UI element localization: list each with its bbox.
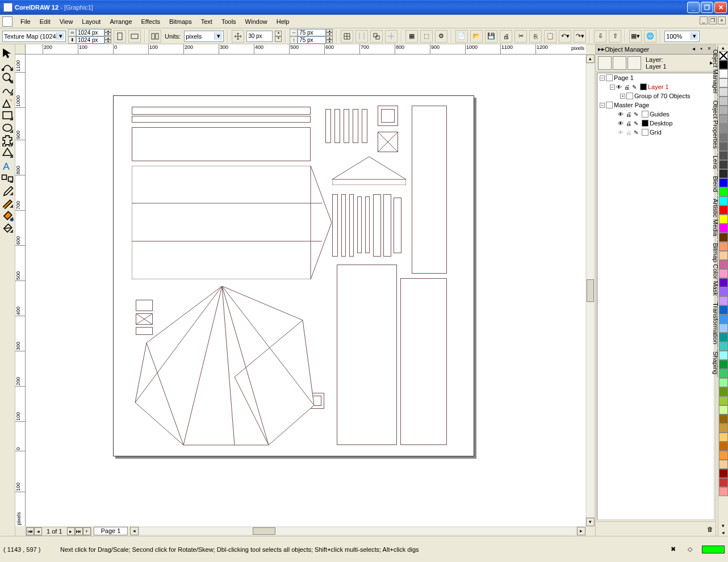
freehand-tool[interactable]	[1, 84, 14, 97]
menu-edit[interactable]: Edit	[35, 17, 55, 26]
docker-collapse-button[interactable]: ◂	[689, 45, 697, 53]
paste-button[interactable]: 📋	[544, 30, 557, 43]
maximize-button[interactable]: ❐	[701, 2, 713, 13]
menu-help[interactable]: Help	[272, 17, 294, 26]
rectangle-tool[interactable]	[1, 109, 14, 121]
color-swatch[interactable]	[719, 87, 728, 97]
page-height-input[interactable]: 1024 px	[76, 36, 104, 44]
color-swatch[interactable]	[719, 369, 728, 378]
mdi-minimize[interactable]: _	[700, 16, 708, 24]
color-swatch[interactable]	[719, 151, 728, 160]
visible-icon[interactable]: 👁	[618, 111, 625, 117]
last-page-button[interactable]: ⏭	[75, 527, 83, 535]
zoom-combo[interactable]: 100% ▾	[664, 31, 700, 42]
menu-bitmaps[interactable]: Bitmaps	[165, 17, 196, 26]
page-tab[interactable]: Page 1	[94, 527, 128, 535]
expand-icon[interactable]: −	[600, 76, 605, 81]
color-swatch[interactable]	[719, 115, 728, 124]
color-swatch[interactable]	[719, 178, 728, 187]
color-swatch[interactable]	[719, 333, 728, 342]
color-swatch[interactable]	[719, 305, 728, 314]
color-swatch[interactable]	[719, 460, 728, 469]
color-swatch[interactable]	[719, 78, 728, 87]
snap-to-objects-button[interactable]	[370, 30, 383, 43]
corel-online-button[interactable]: 🌐	[644, 30, 656, 43]
expand-icon[interactable]: +	[620, 94, 625, 99]
new-button[interactable]: 📄	[455, 30, 468, 43]
visible-icon[interactable]: 👁	[618, 120, 625, 126]
palette-scroll-down[interactable]: ▾	[718, 522, 728, 529]
tree-grid[interactable]: Grid	[650, 129, 662, 136]
menu-view[interactable]: View	[55, 17, 78, 26]
spin-down[interactable]: ▾	[275, 36, 282, 42]
new-master-layer-button[interactable]	[613, 523, 625, 535]
color-swatch[interactable]	[719, 487, 728, 496]
color-swatch[interactable]	[719, 423, 728, 433]
docker-expand-button[interactable]: ▪	[697, 45, 705, 53]
color-swatch[interactable]	[719, 287, 728, 296]
ellipse-tool[interactable]	[1, 121, 14, 134]
scroll-down-button[interactable]: ▾	[586, 518, 595, 526]
fill-tool[interactable]	[1, 209, 14, 221]
current-fill-swatch[interactable]	[702, 546, 725, 553]
spin-down[interactable]: ▾	[326, 32, 333, 36]
spin-up[interactable]: ▴	[275, 31, 282, 36]
expand-icon[interactable]: −	[610, 85, 615, 90]
palette-scroll-up[interactable]: ▴	[718, 44, 728, 51]
eyedropper-tool[interactable]	[1, 184, 14, 196]
color-swatch[interactable]	[719, 169, 728, 178]
save-button[interactable]: 💾	[485, 30, 497, 43]
show-object-props-button[interactable]	[598, 56, 612, 70]
layer-color-icon[interactable]	[642, 129, 648, 136]
new-layer-button[interactable]	[598, 523, 610, 535]
visible-icon[interactable]: 👁	[618, 129, 625, 135]
interactive-blend-tool[interactable]	[1, 171, 14, 184]
color-swatch[interactable]	[719, 251, 728, 260]
snap-to-grid-button[interactable]	[341, 30, 353, 43]
editable-icon[interactable]: ✎	[634, 111, 641, 117]
editable-icon[interactable]: ✎	[634, 129, 641, 135]
color-swatch[interactable]	[719, 360, 728, 369]
color-swatch[interactable]	[719, 215, 728, 224]
color-swatch[interactable]	[719, 233, 728, 242]
color-swatch[interactable]	[719, 60, 728, 69]
color-swatch[interactable]	[719, 97, 728, 106]
edit-across-layers-button[interactable]	[613, 56, 626, 70]
menu-layout[interactable]: Layout	[77, 17, 105, 26]
fill-indicator-icon[interactable]: ✖	[668, 544, 678, 555]
color-swatch[interactable]	[719, 342, 728, 351]
next-page-button[interactable]: ▸	[67, 527, 75, 535]
prev-page-button[interactable]: ◂	[34, 527, 42, 535]
mdi-close[interactable]: ×	[718, 16, 726, 24]
color-swatch[interactable]	[719, 124, 728, 133]
add-page-button[interactable]: +	[83, 527, 91, 535]
units-combo[interactable]: pixels ▾	[184, 31, 224, 42]
layer-color-icon[interactable]	[640, 83, 647, 90]
ruler-origin[interactable]	[15, 44, 26, 54]
landscape-button[interactable]	[128, 30, 141, 43]
color-swatch[interactable]	[719, 187, 728, 196]
docker-title-bar[interactable]: ▸▸ Object Manager ◂ ▪ ×	[596, 44, 716, 54]
options-button[interactable]: ⚙	[435, 30, 447, 43]
app-launcher-button[interactable]: ▦▾	[629, 30, 642, 43]
smart-draw-tool[interactable]	[1, 97, 14, 109]
polygon-tool[interactable]	[1, 134, 14, 146]
printable-icon[interactable]: 🖨	[626, 111, 633, 117]
outline-indicator-icon[interactable]: ◇	[685, 544, 695, 555]
import-button[interactable]: ⇩	[594, 30, 606, 43]
color-swatch[interactable]	[719, 224, 728, 233]
color-swatch[interactable]	[719, 433, 728, 442]
color-swatch[interactable]	[719, 196, 728, 205]
minimize-button[interactable]: _	[687, 2, 700, 13]
color-swatch[interactable]	[719, 314, 728, 324]
printable-icon[interactable]: 🖨	[626, 120, 633, 126]
color-swatch[interactable]	[719, 396, 728, 405]
expand-icon[interactable]: −	[600, 103, 605, 108]
color-swatch[interactable]	[719, 242, 728, 251]
close-button[interactable]: ✕	[714, 2, 727, 13]
color-swatch[interactable]	[719, 106, 728, 115]
color-swatch[interactable]	[719, 451, 728, 460]
page-layout-button[interactable]	[149, 30, 161, 43]
tree-page[interactable]: Page 1	[614, 74, 634, 81]
color-swatch[interactable]	[719, 260, 728, 269]
